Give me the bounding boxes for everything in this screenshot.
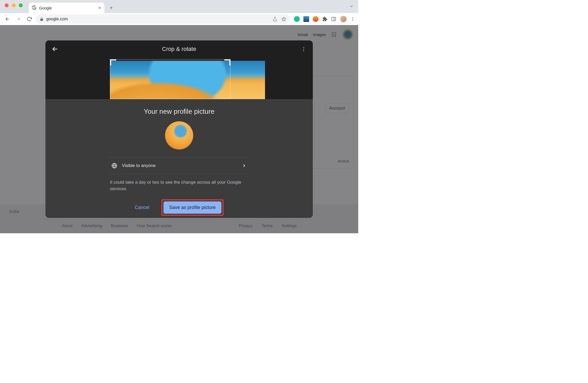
profile-picture-preview (165, 121, 193, 149)
arrow-left-icon (5, 16, 10, 22)
maximize-window-button[interactable] (19, 3, 23, 7)
svg-point-7 (352, 19, 353, 20)
svg-point-6 (352, 17, 353, 18)
crop-handle-top-right[interactable] (224, 59, 231, 65)
tab-list-dropdown-icon[interactable] (349, 4, 354, 8)
back-button[interactable] (3, 15, 11, 23)
minimize-window-button[interactable] (12, 3, 16, 7)
tab-strip: Google ✕ + (0, 0, 358, 13)
lock-icon (40, 17, 44, 21)
sidepanel-icon[interactable] (331, 16, 336, 22)
reload-button[interactable] (25, 15, 33, 23)
svg-marker-3 (282, 17, 286, 21)
share-icon[interactable] (273, 17, 277, 21)
browser-tab[interactable]: Google ✕ (29, 3, 104, 13)
arrow-right-icon (16, 16, 21, 22)
save-button-highlight: Save as profile picture (161, 199, 224, 216)
tab-title: Google (39, 6, 96, 10)
window-controls (5, 3, 23, 7)
extension-icon-3[interactable] (313, 16, 319, 22)
new-tab-button[interactable]: + (107, 4, 115, 12)
grammarly-extension-icon[interactable] (294, 16, 300, 22)
svg-point-19 (303, 47, 304, 48)
crop-handle-top-left[interactable] (110, 59, 116, 65)
save-as-profile-picture-button[interactable]: Save as profile picture (163, 201, 221, 214)
confirm-sheet: Your new profile picture Visible to anyo… (45, 99, 313, 218)
close-window-button[interactable] (5, 3, 9, 7)
forward-button (14, 15, 22, 23)
crop-rotate-section: Crop & rotate (45, 40, 313, 99)
google-favicon-icon (32, 5, 37, 10)
extensions-puzzle-icon[interactable] (322, 16, 327, 22)
extensions-row (294, 16, 355, 22)
more-options-button[interactable] (301, 46, 307, 52)
modal-title: Crop & rotate (162, 46, 196, 52)
chrome-menu-icon[interactable] (350, 17, 355, 21)
address-bar[interactable]: google.com (36, 14, 290, 24)
more-vertical-icon (301, 46, 307, 52)
star-icon[interactable] (281, 17, 286, 21)
url-text: google.com (46, 17, 68, 21)
browser-chrome: Google ✕ + google.com (0, 0, 358, 25)
screenshot-extension-icon[interactable] (303, 16, 309, 22)
svg-point-8 (352, 20, 353, 21)
browser-toolbar: google.com (0, 13, 358, 25)
visibility-row[interactable]: Visible to anyone (110, 157, 248, 174)
chevron-right-icon (242, 163, 247, 168)
chrome-profile-avatar[interactable] (340, 16, 347, 22)
back-button[interactable] (52, 46, 58, 52)
sheet-title: Your new profile picture (45, 107, 313, 116)
crop-area[interactable] (110, 59, 248, 99)
svg-point-21 (303, 50, 304, 51)
arrow-left-icon (52, 46, 58, 52)
svg-point-20 (303, 49, 304, 50)
globe-icon (111, 163, 117, 169)
reload-icon (27, 16, 32, 22)
close-tab-icon[interactable]: ✕ (98, 6, 101, 10)
cancel-button[interactable]: Cancel (135, 205, 149, 210)
profile-picture-modal: Crop & rotate Your new profile picture V… (45, 40, 313, 218)
crop-frame[interactable] (110, 59, 231, 99)
notice-text: It could take a day or two to see the ch… (110, 179, 248, 192)
svg-rect-4 (332, 17, 336, 21)
action-buttons: Cancel Save as profile picture (45, 199, 313, 216)
visibility-label: Visible to anyone (122, 163, 237, 168)
